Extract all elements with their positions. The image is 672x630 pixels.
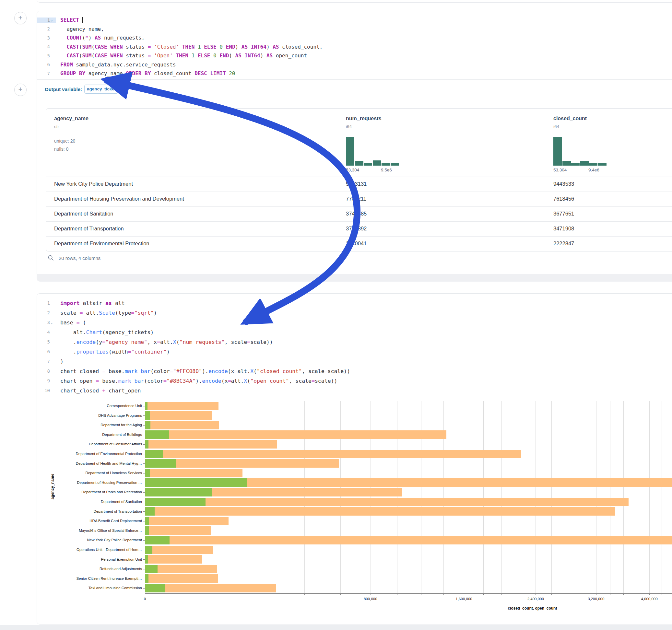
y-axis-label: Correspondence Unit (37, 404, 142, 408)
y-axis-title: agency_name (50, 474, 55, 500)
collapse-chevron-icon[interactable]: ⌄ (51, 18, 54, 22)
y-axis-label: Department for the Aging (37, 423, 142, 427)
code-line-3[interactable]: 3 COUNT(*) AS num_requests, (37, 33, 672, 43)
x-axis-tick-label: 800,000 (364, 597, 377, 601)
x-axis-tick-label: 1,600,000 (456, 597, 472, 601)
code-text: CAST(SUM(CASE WHEN status = 'Closed' THE… (56, 44, 322, 50)
open-count-bar (145, 411, 150, 420)
page-bottom-strip (0, 625, 672, 630)
y-axis-label: Taxi and Limousine Commission (37, 586, 142, 590)
column-stat: unique: 20 (54, 138, 75, 144)
x-axis-tick-label: 4,000,000 (641, 597, 657, 601)
column-header-agency_name[interactable]: agency_name (54, 116, 89, 122)
table-preview: agency_namestrunique: 20nulls: 0num_requ… (46, 108, 672, 251)
y-axis-label: DHS Advantage Programs (37, 413, 142, 417)
line-number: 1 (47, 18, 50, 23)
table-cell: 3677651 (553, 211, 574, 217)
y-axis-label: Refunds and Adjustments (37, 567, 142, 571)
table-cell: 2240041 (346, 240, 367, 247)
histogram-max-label: 9.4e6 (589, 168, 599, 172)
y-axis-label: Operations Unit - Department of Hom… (37, 548, 142, 552)
code-line-6[interactable]: 6FROM sample_data.nyc.service_requests (37, 60, 672, 69)
column-type: str (54, 124, 59, 129)
code-text: GROUP BY agency_name ORDER BY closed_cou… (56, 70, 235, 76)
open-count-bar (145, 440, 148, 449)
open-count-bar (145, 469, 150, 477)
code-line-5[interactable]: 5 CAST(SUM(CASE WHEN status = 'Open' THE… (37, 51, 672, 60)
column-header-num_requests[interactable]: num_requests (346, 116, 381, 122)
open-count-bar (145, 574, 148, 583)
open-count-bar (145, 402, 147, 410)
gridline (637, 401, 637, 593)
code-line-2[interactable]: 2 agency_name, (37, 25, 672, 34)
table-cell: 2222847 (553, 240, 574, 247)
code-line-1[interactable]: 1⌄SELECT (37, 16, 672, 25)
histogram-min-label: 53,304 (346, 168, 359, 172)
gridline (582, 401, 582, 593)
table-cell: 3774892 (346, 225, 367, 232)
closed-count-bar (145, 517, 229, 525)
x-axis-tick-label: 2,400,000 (527, 597, 544, 601)
histogram-min-label: 53,304 (553, 168, 567, 172)
open-count-bar (145, 488, 212, 496)
closed-count-bar (145, 469, 242, 477)
sql-code-editor[interactable]: 1⌄SELECT2 agency_name,3 COUNT(*) AS num_… (37, 16, 672, 78)
column-header-closed_count[interactable]: closed_count (553, 116, 587, 122)
closed-count-bar (145, 498, 628, 506)
line-number: 7 (47, 71, 50, 76)
gridline (421, 401, 422, 593)
line-number: 5 (47, 53, 50, 58)
y-axis-label: Personal Exemption Unit (37, 557, 142, 561)
code-line-4[interactable]: 4 CAST(SUM(CASE WHEN status = 'Closed' T… (37, 43, 672, 51)
gridline (623, 401, 624, 593)
y-axis-label: Department of Health and Mental Hyg… (37, 461, 142, 465)
add-cell-button-top[interactable]: + (14, 12, 27, 24)
closed-count-bar (145, 430, 447, 439)
column-type: i64 (346, 124, 352, 129)
search-icon[interactable] (48, 255, 54, 261)
gridline (464, 401, 464, 593)
line-number: 3 (47, 35, 50, 41)
open-count-bar (145, 584, 165, 592)
text-cursor (82, 17, 83, 23)
table-cell: 3749485 (346, 211, 367, 217)
table-cell: 7618456 (553, 196, 574, 202)
table-row-count: 20 rows, 4 columns (59, 256, 100, 261)
x-axis-title: closed_count, open_count (508, 606, 557, 610)
closed-count-bar (145, 421, 219, 429)
closed-count-bar (145, 526, 211, 535)
closed-count-bar (145, 555, 202, 563)
closed-count-bar (145, 546, 213, 554)
gridline (649, 401, 650, 593)
gridline (502, 401, 502, 593)
table-cell: 3471908 (553, 225, 574, 232)
open-count-bar (145, 450, 163, 458)
table-cell: Department of Transportation (54, 225, 124, 232)
closed-count-bar (145, 536, 672, 544)
column-histogram (553, 137, 608, 166)
gridline (519, 401, 519, 593)
sql-cell-footer-bar (37, 274, 672, 282)
open-count-bar (145, 421, 150, 429)
gridline (304, 401, 305, 593)
open-count-bar (145, 459, 176, 468)
code-line-7[interactable]: 7GROUP BY agency_name ORDER BY closed_co… (37, 69, 672, 78)
line-number: 4 (47, 44, 50, 49)
gridline (662, 401, 662, 593)
code-text: agency_name, (56, 26, 104, 32)
y-axis-label: Senior Citizen Rent Increase Exempti… (37, 577, 142, 580)
code-text: FROM sample_data.nyc.service_requests (56, 62, 176, 68)
code-text: CAST(SUM(CASE WHEN status = 'Open' THEN … (56, 52, 307, 59)
altair-bar-chart: Correspondence UnitDHS Advantage Program… (37, 294, 672, 624)
output-variable-pill[interactable]: agency_tickets (84, 84, 118, 94)
gridline (610, 401, 610, 593)
column-histogram (346, 137, 400, 166)
open-count-bar (145, 430, 169, 439)
table-cell: New York City Police Department (54, 181, 133, 187)
open-count-bar (145, 526, 149, 535)
table-cell: 9443533 (553, 181, 574, 187)
code-text: SELECT (56, 17, 83, 23)
add-cell-button-middle[interactable]: + (14, 83, 27, 96)
closed-count-bar (145, 402, 218, 410)
y-axis-label: New York City Police Department (37, 538, 142, 542)
